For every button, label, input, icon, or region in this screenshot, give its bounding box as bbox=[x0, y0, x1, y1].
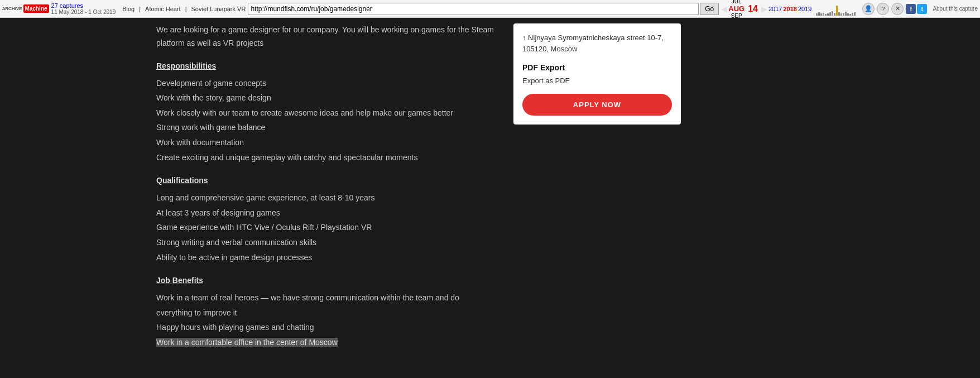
nav-soviet[interactable]: Soviet Lunapark VR bbox=[191, 6, 246, 12]
sidebar-address: ↑ Nijnyaya Syromyatnicheskaya street 10-… bbox=[522, 32, 672, 54]
day-number: 14 bbox=[748, 4, 758, 14]
bar14 bbox=[847, 13, 849, 16]
wayback-go-button[interactable]: Go bbox=[700, 3, 719, 15]
bar15 bbox=[849, 14, 851, 16]
prev-arrow[interactable]: ◀ bbox=[721, 4, 727, 13]
job-intro: We are looking for a game designer for o… bbox=[156, 23, 497, 50]
pdf-export-title: PDF Export bbox=[522, 63, 672, 72]
wayback-logo[interactable]: ARCHIVE Machine bbox=[2, 4, 49, 13]
responsibilities-title: Responsibilities bbox=[156, 61, 497, 70]
year-current[interactable]: 2018 bbox=[783, 6, 796, 12]
benefits-list: Work in a team of real heroes — we have … bbox=[156, 290, 497, 350]
twitter-icon[interactable]: t bbox=[917, 4, 927, 14]
apply-now-button[interactable]: APPLY NOW bbox=[522, 94, 672, 116]
bar9 bbox=[834, 13, 835, 16]
list-item: Ability to be active in game design proc… bbox=[156, 250, 497, 265]
archive-label: ARCHIVE bbox=[2, 7, 22, 11]
wayback-calendar: ◀ JUL AUG SEP 14 ▶ 2017 2018 2019 bbox=[721, 0, 811, 19]
nav-blog[interactable]: Blog bbox=[122, 6, 134, 12]
list-item: Create exciting and unique gameplay with… bbox=[156, 150, 497, 165]
content-left: We are looking for a game designer for o… bbox=[0, 23, 513, 361]
about-capture-link[interactable]: About this capture bbox=[933, 6, 978, 12]
user-icon-btn[interactable]: 👤 bbox=[862, 3, 875, 15]
help-icon-btn[interactable]: ? bbox=[877, 3, 889, 15]
month-current: AUG bbox=[728, 4, 744, 13]
list-item: Work in a team of real heroes — we have … bbox=[156, 290, 497, 320]
bar8 bbox=[832, 11, 833, 16]
bar10 bbox=[838, 12, 840, 16]
bar6 bbox=[827, 13, 829, 16]
qualifications-list: Long and comprehensive game experience, … bbox=[156, 190, 497, 265]
list-item: Development of game concepts bbox=[156, 76, 497, 91]
bar1 bbox=[816, 13, 818, 16]
list-item: Strong work with game balance bbox=[156, 120, 497, 135]
wayback-url-input[interactable] bbox=[248, 3, 699, 15]
machine-label: Machine bbox=[23, 4, 49, 13]
wayback-toolbar: ARCHIVE Machine 27 captures 11 May 2018 … bbox=[0, 0, 980, 18]
captures-link[interactable]: 27 captures bbox=[51, 2, 116, 9]
close-icon-btn[interactable]: ✕ bbox=[891, 3, 904, 15]
nav-atomic-heart[interactable]: Atomic Heart bbox=[145, 6, 181, 12]
year-next[interactable]: 2019 bbox=[798, 6, 811, 12]
sparkline bbox=[814, 2, 858, 16]
main-content: We are looking for a game designer for o… bbox=[0, 18, 980, 367]
wayback-url-bar: Go bbox=[248, 3, 719, 15]
list-item: Work with the story, game design bbox=[156, 90, 497, 106]
list-item: Happy hours with playing games and chatt… bbox=[156, 320, 497, 335]
bar12 bbox=[843, 13, 844, 16]
facebook-icon[interactable]: f bbox=[906, 4, 916, 14]
list-item: Long and comprehensive game experience, … bbox=[156, 190, 497, 205]
year-prev[interactable]: 2017 bbox=[768, 6, 782, 12]
bar3 bbox=[820, 13, 822, 16]
bar-highlight bbox=[836, 6, 838, 16]
list-item: At least 3 years of designing games bbox=[156, 205, 497, 221]
month-prev: JUL bbox=[732, 0, 742, 4]
wayback-icons: 👤 ? ✕ bbox=[862, 3, 904, 15]
content-right: ↑ Nijnyaya Syromyatnicheskaya street 10-… bbox=[513, 23, 681, 361]
next-arrow[interactable]: ▶ bbox=[761, 4, 767, 13]
bar7 bbox=[829, 12, 831, 16]
bar11 bbox=[840, 13, 842, 16]
bar4 bbox=[823, 13, 824, 16]
highlighted-benefit: Work in a comfortable office in the cent… bbox=[156, 338, 338, 347]
social-icons: f t bbox=[906, 4, 927, 14]
qualifications-title: Qualifications bbox=[156, 176, 497, 185]
bar17 bbox=[854, 12, 856, 16]
nav-sep2: | bbox=[185, 6, 187, 12]
list-item: Work in a comfortable office in the cent… bbox=[156, 335, 497, 350]
list-item: Work with documentation bbox=[156, 135, 497, 150]
benefits-title: Job Benefits bbox=[156, 276, 497, 285]
sidebar-card: ↑ Nijnyaya Syromyatnicheskaya street 10-… bbox=[513, 23, 681, 125]
list-item: Work closely with our team to create awe… bbox=[156, 106, 497, 121]
list-item: Strong writing and verbal communication … bbox=[156, 235, 497, 250]
bar16 bbox=[852, 13, 853, 16]
bar5 bbox=[825, 14, 827, 16]
export-pdf-link[interactable]: Export as PDF bbox=[522, 76, 672, 85]
month-next: SEP bbox=[731, 13, 742, 19]
bar2 bbox=[818, 12, 820, 16]
responsibilities-list: Development of game concepts Work with t… bbox=[156, 76, 497, 165]
list-item: Game experience with HTC Vive / Oculus R… bbox=[156, 220, 497, 235]
nav-sep1: | bbox=[139, 6, 141, 12]
year-row: 2017 2018 2019 bbox=[768, 6, 811, 12]
wayback-nav-links: Blog | Atomic Heart | Soviet Lunapark VR bbox=[122, 6, 246, 12]
bar13 bbox=[845, 12, 847, 16]
captures-date: 11 May 2018 - 1 Oct 2019 bbox=[51, 9, 116, 15]
